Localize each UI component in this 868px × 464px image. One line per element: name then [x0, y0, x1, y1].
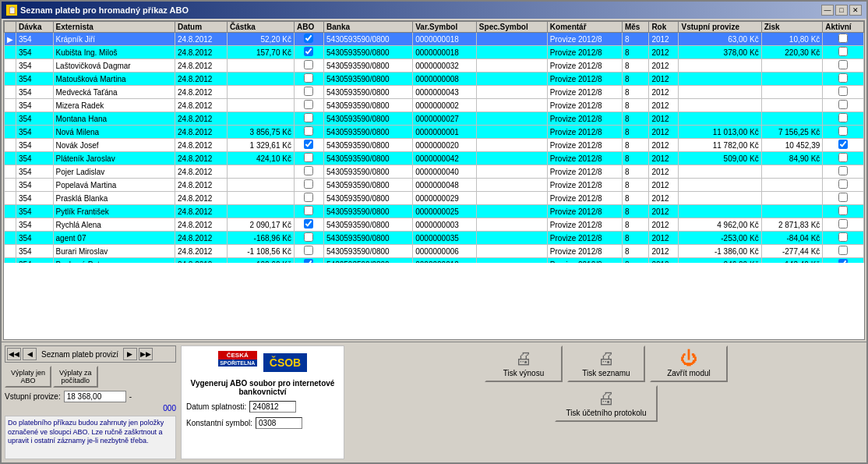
minimize-button[interactable]: — — [821, 5, 834, 16]
table-row[interactable]: 354Mizera Radek24.8.20125430593590/08000… — [5, 99, 864, 112]
abo-checkbox[interactable] — [304, 34, 313, 43]
abo-cell[interactable] — [294, 139, 323, 152]
col-castka[interactable]: Částka — [228, 22, 295, 33]
abo-cell[interactable] — [294, 245, 323, 258]
col-davka[interactable]: Dávka — [16, 22, 54, 33]
table-row[interactable]: ▶354Krápník Jiří24.8.201252,20 Kč5430593… — [5, 33, 864, 46]
abo-cell[interactable] — [294, 205, 323, 218]
col-mes[interactable]: Měs — [622, 22, 648, 33]
col-zisk[interactable]: Zisk — [761, 22, 823, 33]
col-banka[interactable]: Banka — [324, 22, 413, 33]
abo-checkbox[interactable] — [304, 206, 313, 215]
abo-cell[interactable] — [294, 179, 323, 192]
table-row[interactable]: 354Burari Miroslav24.8.2012-1 108,56 Kč5… — [5, 245, 864, 258]
aktivni-checkbox[interactable] — [838, 60, 848, 69]
aktivni-cell[interactable] — [823, 205, 864, 218]
table-row[interactable]: 354Prasklá Blanka24.8.20125430593590/080… — [5, 192, 864, 205]
abo-cell[interactable] — [294, 99, 323, 112]
abo-cell[interactable] — [294, 152, 323, 165]
aktivni-cell[interactable] — [823, 33, 864, 46]
abo-cell[interactable] — [294, 232, 323, 245]
col-aktivni[interactable]: Aktivní — [823, 22, 864, 33]
vypłaty-jen-abo-button[interactable]: Výplaty jen ABO — [5, 366, 51, 388]
aktivni-checkbox[interactable] — [838, 259, 848, 263]
abo-checkbox[interactable] — [304, 126, 313, 136]
col-externista[interactable]: Externista — [53, 22, 175, 33]
wypłaty-za-pocitadlo-button[interactable]: Výplaty za počítadlo — [53, 366, 98, 388]
aktivni-checkbox[interactable] — [838, 100, 848, 109]
abo-cell[interactable] — [294, 59, 323, 73]
aktivni-cell[interactable] — [823, 126, 864, 139]
aktivni-checkbox[interactable] — [838, 126, 848, 136]
aktivni-checkbox[interactable] — [838, 73, 848, 83]
aktivni-cell[interactable] — [823, 139, 864, 152]
abo-checkbox[interactable] — [304, 179, 313, 189]
abo-checkbox[interactable] — [304, 47, 313, 56]
abo-cell[interactable] — [294, 46, 323, 59]
table-row[interactable]: 354Laštovičková Dagmar24.8.2012543059359… — [5, 59, 864, 73]
abo-checkbox[interactable] — [304, 87, 313, 96]
aktivni-cell[interactable] — [823, 218, 864, 232]
nav-prev-button[interactable]: ◀ — [23, 348, 37, 360]
col-komentar[interactable]: Komentář — [547, 22, 622, 33]
aktivni-cell[interactable] — [823, 179, 864, 192]
datum-input[interactable] — [249, 401, 296, 413]
abo-checkbox[interactable] — [304, 166, 313, 175]
col-rok[interactable]: Rok — [649, 22, 679, 33]
nav-next-button[interactable]: ▶ — [123, 348, 137, 360]
abo-checkbox[interactable] — [304, 193, 313, 202]
aktivni-checkbox[interactable] — [838, 246, 848, 255]
abo-cell[interactable] — [294, 73, 323, 86]
zavrit-modul-button[interactable]: ⏻ Zavřít modul — [650, 345, 728, 382]
abo-checkbox[interactable] — [304, 153, 313, 162]
tisk-vynosu-button[interactable]: 🖨 Tisk výnosu — [485, 345, 563, 382]
abo-checkbox[interactable] — [304, 140, 313, 149]
table-row[interactable]: 354Popelavá Martina24.8.20125430593590/0… — [5, 179, 864, 192]
aktivni-cell[interactable] — [823, 112, 864, 126]
table-row[interactable]: 354Rychlá Alena24.8.20122 090,17 Kč54305… — [5, 218, 864, 232]
aktivni-cell[interactable] — [823, 245, 864, 258]
aktivni-checkbox[interactable] — [838, 219, 848, 228]
col-abo[interactable]: ABO — [294, 22, 323, 33]
abo-checkbox[interactable] — [304, 232, 313, 242]
abo-cell[interactable] — [294, 165, 323, 179]
table-row[interactable]: 354Montana Hana24.8.20125430593590/08000… — [5, 112, 864, 126]
abo-checkbox[interactable] — [304, 60, 313, 69]
aktivni-cell[interactable] — [823, 99, 864, 112]
table-row[interactable]: 354agent 0724.8.2012-168,96 Kč5430593590… — [5, 232, 864, 245]
col-vstupni[interactable]: Vstupní provize — [679, 22, 761, 33]
abo-cell[interactable] — [294, 126, 323, 139]
aktivni-checkbox[interactable] — [838, 113, 848, 122]
blue-number[interactable]: 000 — [5, 404, 176, 413]
aktivni-checkbox[interactable] — [838, 206, 848, 215]
abo-cell[interactable] — [294, 192, 323, 205]
aktivni-cell[interactable] — [823, 192, 864, 205]
table-row[interactable]: 354Nová Milena24.8.20123 856,75 Kč543059… — [5, 126, 864, 139]
nav-last-button[interactable]: ▶▶ — [139, 348, 153, 360]
abo-cell[interactable] — [294, 86, 323, 99]
abo-checkbox[interactable] — [304, 246, 313, 255]
aktivni-cell[interactable] — [823, 165, 864, 179]
aktivni-checkbox[interactable] — [838, 179, 848, 189]
col-datum[interactable]: Datum — [175, 22, 227, 33]
aktivni-checkbox[interactable] — [838, 140, 848, 149]
aktivni-cell[interactable] — [823, 73, 864, 86]
aktivni-cell[interactable] — [823, 258, 864, 264]
abo-cell[interactable] — [294, 112, 323, 126]
abo-cell[interactable] — [294, 33, 323, 46]
abo-checkbox[interactable] — [304, 259, 313, 263]
abo-checkbox[interactable] — [304, 73, 313, 83]
maximize-button[interactable]: □ — [835, 5, 848, 16]
aktivni-checkbox[interactable] — [838, 34, 848, 43]
abo-checkbox[interactable] — [304, 219, 313, 228]
konst-input[interactable] — [256, 417, 302, 429]
abo-cell[interactable] — [294, 258, 323, 264]
aktivni-checkbox[interactable] — [838, 87, 848, 96]
abo-checkbox[interactable] — [304, 100, 313, 109]
nav-first-button[interactable]: ◀◀ — [7, 348, 21, 360]
table-row[interactable]: 354Kubišta Ing. Miloš24.8.2012157,70 Kč5… — [5, 46, 864, 59]
aktivni-checkbox[interactable] — [838, 232, 848, 242]
aktivni-cell[interactable] — [823, 59, 864, 73]
aktivni-checkbox[interactable] — [838, 153, 848, 162]
table-row[interactable]: 354Matoušková Martina24.8.20125430593590… — [5, 73, 864, 86]
